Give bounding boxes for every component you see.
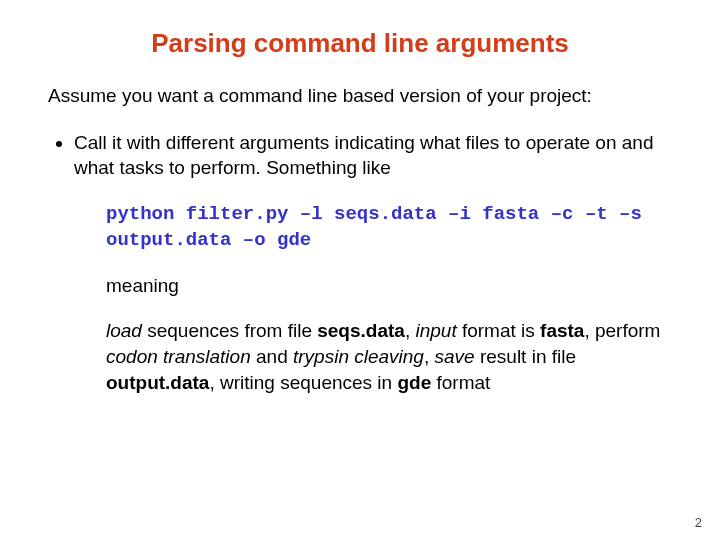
bullet-list: Call it with different arguments indicat… [48,131,672,395]
word-codon: codon translation [106,346,251,367]
slide-title: Parsing command line arguments [48,28,672,59]
explanation-text: load sequences from file seqs.data, inpu… [106,318,672,395]
bold-seqs: seqs.data [317,320,405,341]
bold-output: output.data [106,372,209,393]
text-frag: , [424,346,435,367]
bullet-item: Call it with different arguments indicat… [74,131,672,395]
code-line-2: output.data –o gde [106,229,311,251]
word-trypsin: trypsin cleaving [293,346,424,367]
text-frag: , perform [584,320,660,341]
intro-text: Assume you want a command line based ver… [48,85,672,107]
code-example: python filter.py –l seqs.data –i fasta –… [106,202,672,253]
meaning-label: meaning [106,274,672,299]
text-frag: format is [457,320,540,341]
slide: Parsing command line arguments Assume yo… [0,0,720,395]
word-input: input [415,320,456,341]
code-line-1: python filter.py –l seqs.data –i fasta –… [106,203,642,225]
bold-gde: gde [397,372,431,393]
text-frag: , writing sequences in [209,372,397,393]
text-frag: format [431,372,490,393]
text-frag: and [251,346,293,367]
text-frag: result in file [475,346,576,367]
page-number: 2 [695,515,702,530]
word-save: save [435,346,475,367]
text-frag: sequences from file [142,320,317,341]
bullet-text: Call it with different arguments indicat… [74,132,653,178]
text-frag: , [405,320,416,341]
bold-fasta: fasta [540,320,584,341]
word-load: load [106,320,142,341]
